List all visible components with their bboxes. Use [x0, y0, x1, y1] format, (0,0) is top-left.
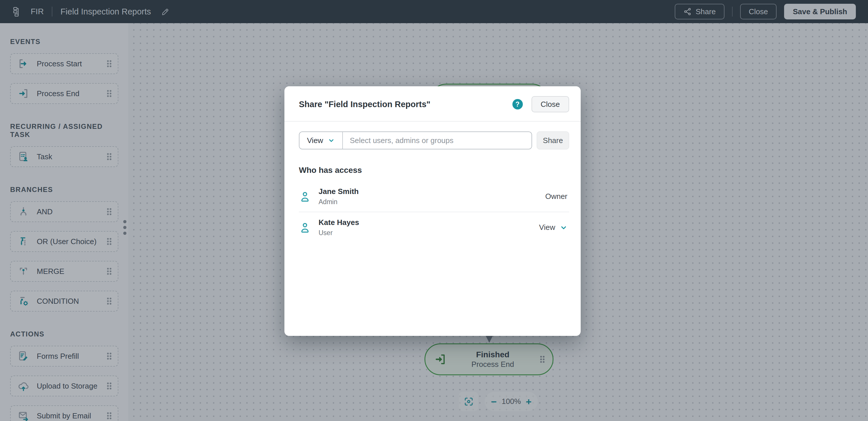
dialog-close-button[interactable]: Close	[531, 96, 569, 112]
share-dialog-header: Share "Field Inspection Reports" ? Close	[284, 86, 581, 122]
share-dialog-body: View Share Who has access Jane Smith Ad	[284, 122, 581, 243]
share-dialog: Share "Field Inspection Reports" ? Close…	[284, 86, 581, 336]
share-row: View Share	[299, 131, 569, 149]
access-heading: Who has access	[299, 166, 569, 175]
share-input-group: View	[299, 131, 532, 149]
chevron-down-icon	[560, 224, 567, 231]
access-user: Kate Hayes User	[318, 218, 359, 237]
share-search-input[interactable]	[343, 132, 531, 149]
chevron-down-icon	[328, 137, 335, 144]
help-icon[interactable]: ?	[513, 99, 523, 110]
access-row: Kate Hayes User View	[299, 212, 569, 243]
share-dialog-title: Share "Field Inspection Reports"	[299, 99, 431, 109]
access-permission-label: Owner	[545, 192, 567, 201]
access-user-role: User	[318, 229, 359, 237]
access-row: Jane Smith Admin Owner	[299, 181, 569, 212]
permission-select[interactable]: View	[300, 132, 343, 149]
person-icon	[299, 190, 311, 203]
access-permission-dropdown[interactable]: View	[539, 223, 569, 232]
access-user-name: Jane Smith	[318, 187, 359, 196]
access-permission-label: View	[539, 223, 555, 232]
dialog-share-button[interactable]: Share	[537, 131, 569, 149]
access-user-name: Kate Hayes	[318, 218, 359, 227]
permission-select-value: View	[307, 136, 323, 145]
access-user: Jane Smith Admin	[318, 187, 359, 206]
access-user-role: Admin	[318, 198, 359, 206]
access-permission-owner: Owner	[545, 192, 569, 201]
person-icon	[299, 221, 311, 234]
access-list: Jane Smith Admin Owner Kate Hayes User	[299, 181, 569, 243]
